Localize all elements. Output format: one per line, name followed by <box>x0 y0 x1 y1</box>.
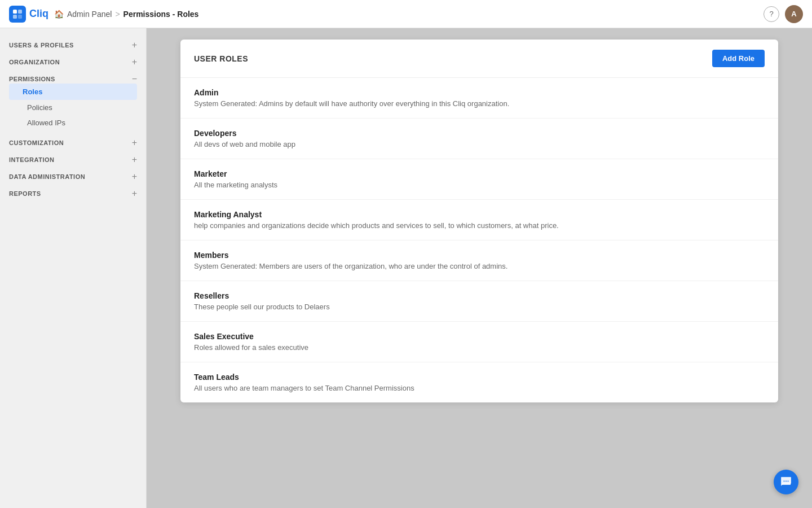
sidebar-section-data-administration: DATA ADMINISTRATION + <box>0 167 146 183</box>
role-item-sales-executive[interactable]: Sales Executive Roles allowed for a sale… <box>180 322 778 362</box>
role-name-resellers: Resellers <box>194 291 765 300</box>
sidebar-section-title-users-profiles: USERS & PROFILES <box>9 42 74 49</box>
sidebar-section-header-customization[interactable]: CUSTOMIZATION + <box>9 138 137 147</box>
content-area: USER ROLES Add Role Admin System Generat… <box>147 28 812 508</box>
sidebar-item-policies[interactable]: Policies <box>9 100 137 115</box>
sidebar-section-title-reports: REPORTS <box>9 190 41 197</box>
role-item-team-leads[interactable]: Team Leads All users who are team manage… <box>180 362 778 402</box>
role-item-marketing-analyst[interactable]: Marketing Analyst help companies and org… <box>180 200 778 240</box>
role-desc-resellers: These people sell our products to Delaer… <box>194 303 765 311</box>
sidebar-section-organization: ORGANIZATION + <box>0 52 146 69</box>
role-item-developers[interactable]: Developers All devs of web and mobile ap… <box>180 119 778 159</box>
sidebar: USERS & PROFILES + ORGANIZATION + PERMIS… <box>0 28 147 508</box>
sidebar-item-roles[interactable]: Roles <box>9 84 137 100</box>
sidebar-section-title-permissions: PERMISSIONS <box>9 76 55 82</box>
svg-rect-2 <box>13 15 17 19</box>
panel-header: USER ROLES Add Role <box>180 40 778 78</box>
collapse-permissions-icon: − <box>132 75 137 84</box>
expand-reports-icon: + <box>132 189 137 198</box>
svg-point-5 <box>785 481 787 482</box>
role-item-members[interactable]: Members System Generated: Members are us… <box>180 240 778 281</box>
role-name-team-leads: Team Leads <box>194 373 765 382</box>
roles-list: Admin System Generated: Admins by defaul… <box>180 78 778 402</box>
role-item-marketer[interactable]: Marketer All the marketing analysts <box>180 159 778 200</box>
sidebar-section-title-integration: INTEGRATION <box>9 156 54 163</box>
sidebar-section-title-organization: ORGANIZATION <box>9 59 60 65</box>
expand-customization-icon: + <box>132 138 137 147</box>
help-button[interactable]: ? <box>764 6 779 22</box>
sidebar-section-title-data-administration: DATA ADMINISTRATION <box>9 173 85 180</box>
expand-integration-icon: + <box>132 155 137 164</box>
sidebar-section-title-customization: CUSTOMIZATION <box>9 139 64 146</box>
sidebar-section-users-profiles: USERS & PROFILES + <box>0 35 146 52</box>
svg-rect-3 <box>18 15 22 19</box>
sidebar-section-customization: CUSTOMIZATION + <box>0 133 146 150</box>
breadcrumb-current: Permissions - Roles <box>123 10 199 19</box>
home-icon[interactable]: 🏠 <box>54 10 64 19</box>
role-desc-marketing-analyst: help companies and organizations decide … <box>194 221 765 230</box>
breadcrumb-sep: > <box>115 10 120 19</box>
topbar: Cliq 🏠 Admin Panel > Permissions - Roles… <box>0 0 812 28</box>
logo-icon <box>9 6 26 23</box>
panel-title: USER ROLES <box>194 54 248 63</box>
sidebar-item-allowed-ips[interactable]: Allowed IPs <box>9 115 137 130</box>
breadcrumb: 🏠 Admin Panel > Permissions - Roles <box>54 10 198 19</box>
add-role-button[interactable]: Add Role <box>712 50 765 67</box>
sidebar-section-permissions: PERMISSIONS − Roles Policies Allowed IPs <box>0 69 146 133</box>
role-desc-admin: System Generated: Admins by default will… <box>194 99 765 108</box>
breadcrumb-parent[interactable]: Admin Panel <box>67 10 112 19</box>
svg-rect-0 <box>13 10 17 14</box>
svg-rect-1 <box>18 10 22 14</box>
role-desc-marketer: All the marketing analysts <box>194 181 765 189</box>
chat-fab-button[interactable] <box>774 470 798 494</box>
role-name-admin: Admin <box>194 88 765 97</box>
role-desc-sales-executive: Roles allowed for a sales executive <box>194 343 765 352</box>
sidebar-section-reports: REPORTS + <box>0 183 146 200</box>
sidebar-section-header-reports[interactable]: REPORTS + <box>9 189 137 198</box>
role-desc-team-leads: All users who are team managers to set T… <box>194 384 765 392</box>
role-name-sales-executive: Sales Executive <box>194 332 765 341</box>
expand-users-profiles-icon: + <box>132 41 137 50</box>
role-item-resellers[interactable]: Resellers These people sell our products… <box>180 281 778 322</box>
expand-organization-icon: + <box>132 58 137 67</box>
sidebar-section-header-organization[interactable]: ORGANIZATION + <box>9 58 137 67</box>
app-name: Cliq <box>29 8 48 20</box>
role-desc-members: System Generated: Members are users of t… <box>194 262 765 270</box>
sidebar-section-header-integration[interactable]: INTEGRATION + <box>9 155 137 164</box>
role-item-admin[interactable]: Admin System Generated: Admins by defaul… <box>180 78 778 119</box>
role-name-members: Members <box>194 251 765 260</box>
sidebar-section-integration: INTEGRATION + <box>0 150 146 167</box>
svg-point-4 <box>784 481 785 482</box>
sidebar-section-header-users-profiles[interactable]: USERS & PROFILES + <box>9 41 137 50</box>
expand-data-admin-icon: + <box>132 172 137 181</box>
app-logo[interactable]: Cliq <box>9 6 48 23</box>
role-name-marketing-analyst: Marketing Analyst <box>194 210 765 219</box>
svg-point-6 <box>788 481 789 482</box>
sidebar-section-header-data-administration[interactable]: DATA ADMINISTRATION + <box>9 172 137 181</box>
role-name-marketer: Marketer <box>194 169 765 178</box>
user-roles-panel: USER ROLES Add Role Admin System Generat… <box>180 40 778 402</box>
user-avatar[interactable]: A <box>785 5 803 23</box>
main-layout: USERS & PROFILES + ORGANIZATION + PERMIS… <box>0 28 812 508</box>
sidebar-section-header-permissions[interactable]: PERMISSIONS − <box>9 75 137 84</box>
role-desc-developers: All devs of web and mobile app <box>194 140 765 148</box>
role-name-developers: Developers <box>194 129 765 138</box>
